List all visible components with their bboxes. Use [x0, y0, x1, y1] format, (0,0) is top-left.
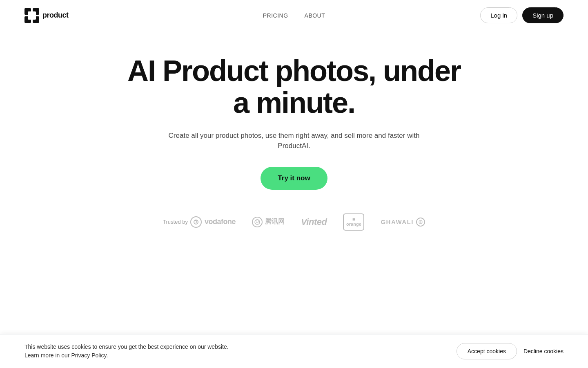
- vodafone-name: vodafone: [205, 218, 236, 226]
- svg-point-7: [256, 220, 258, 223]
- logo-link[interactable]: product: [24, 8, 69, 23]
- orange-top: ■: [352, 217, 355, 222]
- privacy-policy-link[interactable]: Learn more in our Privacy Policy.: [24, 352, 108, 359]
- hero-subtitle: Create all your product photos, use them…: [163, 130, 425, 151]
- navbar: product PRICING ABOUT Log in Sign up: [0, 0, 588, 31]
- signup-button[interactable]: Sign up: [522, 7, 564, 23]
- nav-actions: Log in Sign up: [480, 7, 564, 23]
- vodafone-icon: [190, 216, 202, 228]
- tencent-svg: [254, 219, 261, 225]
- hero-section: AI Product photos, under a minute. Creat…: [0, 31, 588, 247]
- vodafone-svg: [193, 219, 199, 225]
- orange-name: orange: [346, 222, 361, 227]
- ghawali-name: GHAWALI: [381, 218, 414, 225]
- cookie-text: This website uses cookies to ensure you …: [24, 343, 229, 360]
- svg-point-6: [255, 220, 260, 224]
- ghawali-badge: [416, 218, 425, 227]
- cookie-message: This website uses cookies to ensure you …: [24, 343, 229, 350]
- cookie-banner: This website uses cookies to ensure you …: [0, 334, 588, 368]
- ghawali-icon: [418, 220, 423, 224]
- logo-icon: [24, 8, 39, 23]
- logo-text: product: [42, 11, 69, 20]
- svg-rect-4: [28, 11, 36, 20]
- tencent-icon: [252, 217, 263, 227]
- login-button[interactable]: Log in: [480, 7, 517, 23]
- decline-cookies-button[interactable]: Decline cookies: [523, 348, 564, 355]
- ghawali-logo: GHAWALI: [381, 218, 425, 227]
- trusted-bar: Trusted by vodafone 腾讯网: [163, 213, 425, 231]
- nav-pricing[interactable]: PRICING: [263, 12, 288, 19]
- vodafone-logo: vodafone: [190, 216, 236, 228]
- tencent-logo: 腾讯网: [252, 217, 285, 227]
- trusted-label: Trusted by: [163, 219, 188, 225]
- trusted-label-group: Trusted by vodafone: [163, 216, 236, 228]
- vinted-name: Vinted: [301, 217, 327, 227]
- vinted-logo: Vinted: [301, 217, 327, 227]
- cookie-actions: Accept cookies Decline cookies: [457, 343, 564, 359]
- nav-links: PRICING ABOUT: [263, 12, 325, 19]
- accept-cookies-button[interactable]: Accept cookies: [457, 343, 517, 359]
- try-now-button[interactable]: Try it now: [261, 167, 327, 190]
- orange-logo: ■ orange: [343, 213, 364, 231]
- nav-about[interactable]: ABOUT: [305, 12, 325, 19]
- hero-title: AI Product photos, under a minute.: [118, 55, 470, 119]
- tencent-name: 腾讯网: [265, 218, 285, 226]
